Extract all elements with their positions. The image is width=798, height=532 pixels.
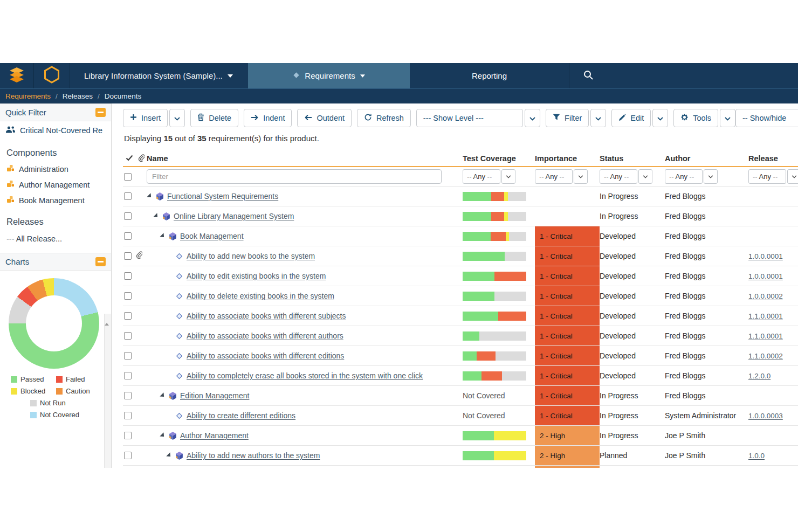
indent-button[interactable]: Indent <box>244 109 292 127</box>
component-item[interactable]: Book Management <box>0 192 111 208</box>
release-item-all[interactable]: --- All Release... <box>0 230 111 247</box>
insert-button[interactable]: Insert <box>123 109 168 127</box>
row-checkbox[interactable] <box>124 272 132 280</box>
collapse-icon[interactable] <box>95 257 106 266</box>
tree-expand-icon[interactable] <box>147 193 153 199</box>
delete-button[interactable]: Delete <box>190 109 238 127</box>
breadcrumb-releases[interactable]: Releases <box>63 92 93 100</box>
requirement-link[interactable]: Functional System Requirements <box>167 192 278 201</box>
tree-expand-icon[interactable] <box>160 233 166 239</box>
tools-button[interactable]: Tools <box>673 109 718 127</box>
requirement-link[interactable]: Book Management <box>180 232 244 240</box>
insert-dropdown-button[interactable] <box>169 109 185 127</box>
requirement-link[interactable]: Author Management <box>180 431 249 440</box>
author-filter-select[interactable]: -- Any -- <box>665 169 703 184</box>
status-filter-select[interactable]: -- Any -- <box>600 169 637 184</box>
row-checkbox[interactable] <box>124 332 132 340</box>
column-header-test-coverage[interactable]: Test Coverage <box>463 154 535 163</box>
row-select-cell <box>123 272 147 280</box>
importance-cell: 1 - Critical <box>535 266 600 286</box>
row-checkbox[interactable] <box>124 452 132 459</box>
column-header-release[interactable]: Release <box>748 154 798 163</box>
row-checkbox[interactable] <box>124 392 132 399</box>
show-level-dropdown-button[interactable] <box>525 109 540 127</box>
release-link[interactable]: 1.0.0 <box>748 452 765 460</box>
workspace-icon-button[interactable] <box>33 63 70 88</box>
coverage-filter-select[interactable]: -- Any -- <box>463 169 500 184</box>
row-checkbox[interactable] <box>124 252 132 260</box>
sidebar-scrollbar[interactable] <box>104 314 111 468</box>
tab-requirements[interactable]: Requirements <box>248 63 410 88</box>
requirement-link[interactable]: Ability to add new authors to the system <box>187 451 320 460</box>
requirement-link[interactable]: Ability to add new books to the system <box>187 252 315 260</box>
table-row-partial <box>123 466 798 468</box>
release-filter-dropdown-button[interactable] <box>787 169 798 184</box>
breadcrumb: Requirements / Releases / Documents <box>0 88 798 103</box>
select-all-checkbox[interactable] <box>124 173 132 181</box>
tab-reporting[interactable]: Reporting <box>410 63 569 88</box>
row-checkbox[interactable] <box>124 352 132 360</box>
tree-expand-icon[interactable] <box>160 432 166 438</box>
requirement-link[interactable]: Edition Management <box>180 391 249 400</box>
column-header-author[interactable]: Author <box>665 154 748 163</box>
requirement-link[interactable]: Ability to associate books with differen… <box>187 312 346 320</box>
tree-expand-icon[interactable] <box>160 392 166 398</box>
row-checkbox[interactable] <box>124 432 132 439</box>
app-logo[interactable] <box>0 63 33 88</box>
row-checkbox[interactable] <box>124 212 132 220</box>
filter-dropdown-button[interactable] <box>590 109 606 127</box>
row-checkbox[interactable] <box>124 312 132 320</box>
breadcrumb-documents[interactable]: Documents <box>105 92 141 100</box>
release-link[interactable]: 1.1.0.0002 <box>748 352 783 360</box>
release-link[interactable]: 1.1.0.0001 <box>748 312 783 320</box>
requirement-link[interactable]: Ability to create different editions <box>187 411 295 420</box>
global-search-button[interactable] <box>569 63 607 88</box>
coverage-filter-dropdown-button[interactable] <box>501 169 515 184</box>
row-checkbox[interactable] <box>124 412 132 419</box>
show-hide-columns-select[interactable]: -- Show/hide <box>735 109 798 127</box>
column-header-importance[interactable]: Importance <box>535 154 600 163</box>
edit-dropdown-button[interactable] <box>652 109 668 127</box>
row-checkbox[interactable] <box>124 232 132 240</box>
requirement-link[interactable]: Ability to delete existing books in the … <box>187 292 334 300</box>
requirement-link[interactable]: Ability to associate books with differen… <box>187 331 343 340</box>
edit-button[interactable]: Edit <box>611 109 651 127</box>
component-item[interactable]: Administration <box>0 161 111 177</box>
component-item[interactable]: Author Management <box>0 177 111 192</box>
release-link[interactable]: 1.0.0.0003 <box>748 412 783 420</box>
column-header-name[interactable]: Name <box>147 154 463 163</box>
refresh-button[interactable]: Refresh <box>357 109 411 127</box>
author-filter-dropdown-button[interactable] <box>704 169 718 184</box>
components-heading: Components <box>0 139 111 161</box>
collapse-icon[interactable] <box>95 108 106 117</box>
show-level-select[interactable]: --- Show Level --- <box>416 109 523 127</box>
release-link[interactable]: 1.0.0.0001 <box>748 252 783 260</box>
release-link[interactable]: 1.0.0.0001 <box>748 272 783 280</box>
product-selector[interactable]: Library Information System (Sample)... <box>70 63 248 88</box>
filter-button[interactable]: Filter <box>546 109 589 127</box>
status-filter-dropdown-button[interactable] <box>638 169 652 184</box>
row-checkbox[interactable] <box>124 192 132 200</box>
requirement-link[interactable]: Ability to completely erase all books st… <box>187 371 423 380</box>
name-filter-input[interactable] <box>147 169 442 184</box>
row-checkbox[interactable] <box>124 292 132 300</box>
row-checkbox[interactable] <box>124 372 132 379</box>
release-filter-select[interactable]: -- Any -- <box>748 169 786 184</box>
test-coverage-cell <box>463 292 535 301</box>
importance-filter-select[interactable]: -- Any -- <box>535 169 573 184</box>
tree-expand-icon[interactable] <box>166 452 172 458</box>
requirement-link[interactable]: Online Library Management System <box>174 212 294 220</box>
requirement-link[interactable]: Ability to associate books with differen… <box>187 351 344 360</box>
component-label: Author Management <box>19 181 90 189</box>
outdent-button[interactable]: Outdent <box>297 109 352 127</box>
requirement-link[interactable]: Ability to edit existing books in the sy… <box>187 272 326 280</box>
release-link[interactable]: 1.1.0.0001 <box>748 332 783 340</box>
importance-filter-dropdown-button[interactable] <box>574 169 588 184</box>
breadcrumb-requirements[interactable]: Requirements <box>5 92 51 100</box>
quick-filter-item-critical-not-covered[interactable]: Critical Not-Covered Re <box>0 121 111 139</box>
release-link[interactable]: 1.2.0.0 <box>748 372 771 380</box>
tools-dropdown-button[interactable] <box>720 109 735 127</box>
release-link[interactable]: 1.0.0.0002 <box>748 292 783 300</box>
tree-expand-icon[interactable] <box>153 213 159 219</box>
column-header-status[interactable]: Status <box>600 154 665 163</box>
